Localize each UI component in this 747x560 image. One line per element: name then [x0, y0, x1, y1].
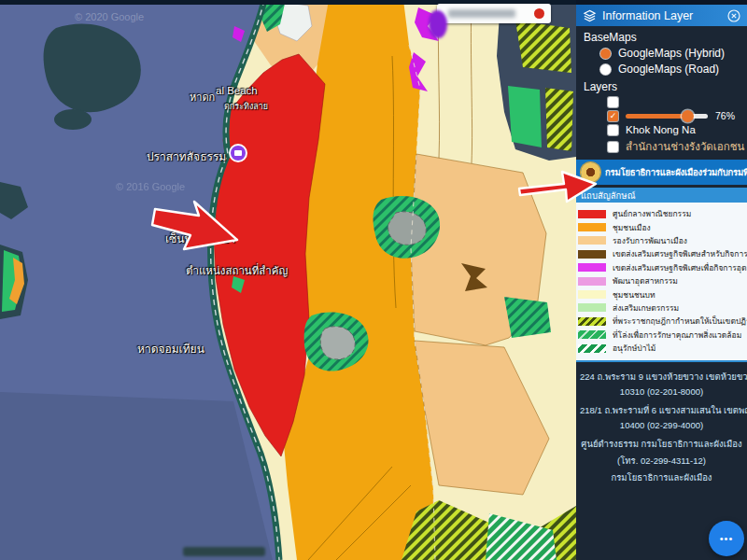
legend-swatch [578, 344, 606, 353]
legend-item-label: ที่โล่งเพื่อการรักษาคุณภาพสิ่งแวดล้อม [613, 329, 741, 342]
zone-open-green[interactable] [504, 297, 551, 338]
legend-item: พัฒนาอุตสาหกรรม [576, 274, 747, 287]
legend-swatch [578, 303, 606, 312]
layers-icon [583, 9, 597, 22]
checkbox[interactable] [608, 125, 618, 135]
sanctuary-pin-icon[interactable] [230, 145, 247, 161]
legend-item: เขตส่งเสริมเศรษฐกิจพิเศษสำหรับกิจการพิเศ… [576, 247, 747, 260]
layer-row[interactable]: สำนักงานช่างรังวัดเอกชน [608, 138, 740, 155]
legend-item: ที่พระราชกฤษฎีกากำหนดให้เป็นเขตปฏิรูปที่… [576, 315, 747, 328]
basemaps-label: BaseMaps [584, 31, 740, 44]
department-banner: กรมโยธาธิการและผังเมืองร่วมกับกรมที่ดิน [576, 160, 747, 185]
map-label-poi: ตำแหน่งสถานที่สำคัญ [186, 262, 288, 279]
legend-swatch [578, 330, 606, 339]
layer-row[interactable] [608, 96, 740, 107]
banner-text: กรมโยธาธิการและผังเมืองร่วมกับกรมที่ดิน [605, 165, 747, 179]
contact-line: 224 ถ.พระราม 9 แขวงห้วยขวาง เขตห้วยขวาง … [580, 370, 743, 384]
zone-open-green[interactable] [508, 86, 542, 147]
legend-item-label: เขตส่งเสริมเศรษฐกิจพิเศษสำหรับกิจการพิเศ… [613, 247, 747, 260]
zone-land-reform-hatch[interactable] [515, 21, 571, 73]
map-label-central-pattaya: เซ็นทรัล พัทยา [165, 230, 235, 247]
legend-item: ชุมชนชนบท [576, 287, 747, 301]
checkbox[interactable]: ✓ [608, 111, 618, 121]
legend-item-label: พัฒนาอุตสาหกรรม [613, 274, 678, 287]
legend-item: อนุรักษ์ป่าไม้ [576, 342, 747, 355]
legend-swatch [578, 223, 606, 231]
map-label-beach-th2: ดกระทิงลาย [224, 100, 268, 113]
checkbox[interactable] [608, 97, 618, 107]
legend-item-label: ศูนย์กลางพาณิชยกรรม [613, 207, 691, 220]
legend-item: รองรับการพัฒนาเมือง [576, 234, 747, 247]
legend-swatch [578, 210, 606, 218]
basemap-option-label: GoogleMaps (Hybrid) [618, 47, 725, 60]
legend: ศูนย์กลางพาณิชยกรรมชุมชนเมืองรองรับการพั… [576, 203, 747, 360]
contact-line: 10400 (02-299-4000) [580, 420, 743, 430]
google-watermark: © 2016 Google [116, 181, 185, 192]
radio-button[interactable] [600, 49, 611, 59]
layer-row[interactable]: ✓76% [608, 110, 740, 121]
legend-swatch [578, 263, 606, 272]
legend-title: แถบสัญลักษณ์ [581, 189, 635, 203]
zone-land-reform-hatch[interactable] [545, 88, 573, 151]
search-clear-icon[interactable] [534, 8, 544, 19]
map-label-jomtien: หาดจอมเทียน [137, 340, 204, 357]
legend-item-label: ที่พระราชกฤษฎีกากำหนดให้เป็นเขตปฏิรูปที่… [613, 315, 747, 328]
legend-item-label: เขตส่งเสริมเศรษฐกิจพิเศษเพื่อกิจการอุตสา… [613, 261, 747, 274]
legend-item-label: ส่งเสริมเกษตรกรรม [613, 301, 679, 315]
layer-label: Khok Nong Na [626, 124, 696, 135]
contact-info: 224 ถ.พระราม 9 แขวงห้วยขวาง เขตห้วยขวาง … [576, 360, 747, 484]
panel-title: Information Layer [602, 9, 693, 22]
layer-row[interactable]: Khok Nong Na [608, 124, 740, 135]
layer-label: สำนักงานช่างรังวัดเอกชน [626, 138, 744, 155]
basemap-option[interactable]: GoogleMaps (Road) [600, 63, 740, 76]
island [54, 109, 92, 130]
legend-swatch [578, 317, 606, 326]
legend-swatch [578, 277, 606, 286]
close-icon[interactable] [727, 9, 740, 22]
slider-value: 76% [715, 110, 735, 121]
legend-swatch [578, 250, 606, 259]
legend-item: ที่โล่งเพื่อการรักษาคุณภาพสิ่งแวดล้อม [576, 329, 747, 342]
legend-swatch [578, 236, 606, 245]
zone-industry-magenta [429, 10, 447, 38]
legend-item: ชุมชนเมือง [576, 220, 747, 233]
basemap-options: GoogleMaps (Hybrid)GoogleMaps (Road) [584, 47, 740, 76]
basemap-option-label: GoogleMaps (Road) [618, 63, 719, 76]
opacity-slider[interactable] [626, 114, 708, 119]
contact-line: 10310 (02-201-8000) [580, 386, 743, 397]
legend-item-label: รองรับการพัฒนาเมือง [613, 234, 687, 247]
map-label-beach-th: หาดก [190, 89, 215, 105]
legend-item: ศูนย์กลางพาณิชยกรรม [576, 207, 747, 220]
checkbox[interactable] [608, 142, 618, 152]
legend-item-label: อนุรักษ์ป่าไม้ [613, 342, 655, 355]
contact-line: 218/1 ถ.พระรามที่ 6 แขวงสามเสนใน เขตพญาไ… [580, 403, 743, 417]
contact-line: ศูนย์ดำรงธรรม กรมโยธาธิการและผังเมือง [580, 437, 743, 451]
basemap-option[interactable]: GoogleMaps (Hybrid) [600, 47, 740, 60]
contact-line: (โทร. 02-299-4311-12) [580, 454, 743, 468]
contact-line: กรมโยธาธิการและผังเมือง [580, 470, 743, 484]
panel-header: Information Layer [576, 5, 747, 26]
unreadable-map-label [183, 547, 265, 556]
legend-header: แถบสัญลักษณ์ [576, 188, 747, 203]
google-watermark: © 2020 Google [75, 11, 144, 22]
map-canvas[interactable] [0, 0, 576, 560]
map-label-sanctuary: ปราสาทสัจธรรม [147, 147, 226, 165]
information-layer-panel: Information Layer BaseMaps GoogleMaps (H… [576, 0, 747, 560]
department-seal-icon [581, 162, 600, 182]
legend-swatch [578, 290, 606, 299]
legend-item: เขตส่งเสริมเศรษฐกิจพิเศษเพื่อกิจการอุตสา… [576, 261, 747, 274]
gray-blob [320, 327, 355, 359]
layer-options: ✓76%Khok Nong Naสำนักงานช่างรังวัดเอกชน [584, 96, 740, 155]
slider-handle[interactable] [682, 110, 694, 122]
search-input[interactable] [448, 9, 515, 18]
more-actions-button[interactable]: ••• [709, 521, 744, 556]
search-box[interactable] [437, 4, 551, 23]
legend-item-label: ชุมชนชนบท [613, 288, 655, 301]
app-window: © 2020 Google © 2016 Google หาดก al Beac… [0, 0, 747, 560]
legend-item: ส่งเสริมเกษตรกรรม [576, 301, 747, 315]
map-label-beach-en: al Beach [216, 85, 258, 96]
layers-label: Layers [584, 80, 740, 93]
sea-shade [0, 392, 273, 560]
legend-item-label: ชุมชนเมือง [613, 221, 651, 234]
radio-button[interactable] [600, 64, 611, 75]
